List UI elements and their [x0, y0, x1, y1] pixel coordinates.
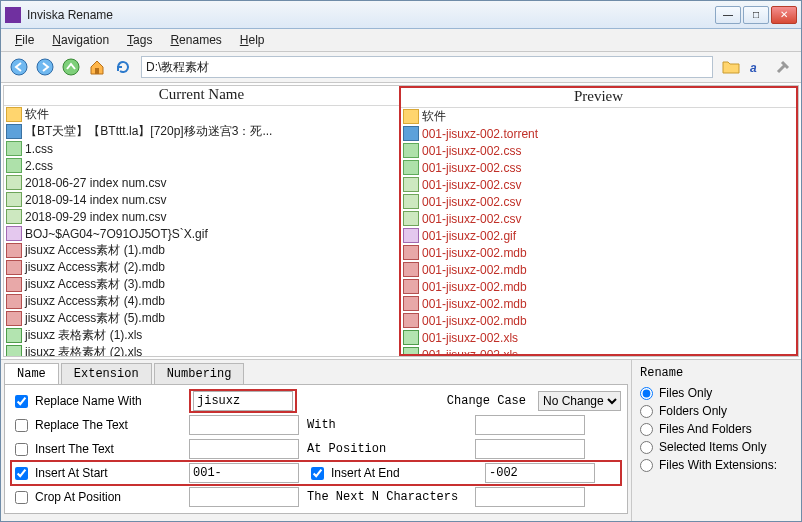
refresh-button[interactable]: [111, 55, 135, 79]
insert-at-end-check[interactable]: [311, 467, 324, 480]
tab-extension[interactable]: Extension: [61, 363, 152, 384]
back-button[interactable]: [7, 55, 31, 79]
menu-file[interactable]: File: [7, 31, 42, 49]
radio-files-only[interactable]: Files Only: [640, 386, 793, 400]
file-row[interactable]: jisuxz 表格素材 (2).xls: [4, 344, 399, 356]
insert-at-end-input[interactable]: [485, 463, 595, 483]
menu-renames[interactable]: Renames: [162, 31, 229, 49]
file-row[interactable]: 001-jisuxz-002.gif: [401, 227, 796, 244]
file-row[interactable]: jisuxz 表格素材 (1).xls: [4, 327, 399, 344]
menu-tags[interactable]: Tags: [119, 31, 160, 49]
open-folder-button[interactable]: [719, 55, 743, 79]
file-row[interactable]: jisuxz Access素材 (4).mdb: [4, 293, 399, 310]
radio-folders-only[interactable]: Folders Only: [640, 404, 793, 418]
tab-numbering[interactable]: Numbering: [154, 363, 245, 384]
file-row[interactable]: 【BT天堂】【BTttt.la】[720p]移动迷宫3：死...: [4, 123, 399, 140]
xls-icon: [6, 345, 22, 356]
file-row[interactable]: 001-jisuxz-002.mdb: [401, 312, 796, 329]
at-position-input[interactable]: [475, 439, 585, 459]
file-row[interactable]: 001-jisuxz-002.mdb: [401, 244, 796, 261]
file-row[interactable]: 001-jisuxz-002.mdb: [401, 261, 796, 278]
file-row[interactable]: 2018-09-14 index num.csv: [4, 191, 399, 208]
file-row[interactable]: 001-jisuxz-002.mdb: [401, 278, 796, 295]
crop-at-position-input[interactable]: [189, 487, 299, 507]
maximize-button[interactable]: □: [743, 6, 769, 24]
file-row[interactable]: 001-jisuxz-002.xls: [401, 329, 796, 346]
settings-button[interactable]: [771, 55, 795, 79]
app-icon: [5, 7, 21, 23]
file-name: 软件: [25, 106, 49, 123]
minimize-button[interactable]: —: [715, 6, 741, 24]
file-row[interactable]: 2018-09-29 index num.csv: [4, 208, 399, 225]
menu-help[interactable]: Help: [232, 31, 273, 49]
file-row[interactable]: jisuxz Access素材 (2).mdb: [4, 259, 399, 276]
next-n-chars-label: The Next N Characters: [307, 490, 467, 504]
change-case-select[interactable]: No Change: [538, 391, 621, 411]
file-row[interactable]: 1.css: [4, 140, 399, 157]
file-name: jisuxz Access素材 (4).mdb: [25, 293, 165, 310]
file-row[interactable]: 软件: [401, 108, 796, 125]
toolbar: D:\教程素材 a: [1, 52, 801, 83]
at-position-label: At Position: [307, 442, 467, 456]
tab-name[interactable]: Name: [4, 363, 59, 384]
preview-list[interactable]: 软件001-jisuxz-002.torrent001-jisuxz-002.c…: [401, 108, 796, 354]
change-case-label: Change Case: [447, 394, 526, 408]
radio-selected-items[interactable]: Selected Items Only: [640, 440, 793, 454]
current-list[interactable]: 软件【BT天堂】【BTttt.la】[720p]移动迷宫3：死...1.css2…: [4, 106, 399, 356]
home-button[interactable]: [85, 55, 109, 79]
replace-name-with-input[interactable]: [193, 391, 293, 411]
file-row[interactable]: 001-jisuxz-002.csv: [401, 193, 796, 210]
file-row[interactable]: 001-jisuxz-002.mdb: [401, 295, 796, 312]
css-icon: [6, 158, 22, 173]
file-row[interactable]: 001-jisuxz-002.css: [401, 142, 796, 159]
file-row[interactable]: 001-jisuxz-002.xls: [401, 346, 796, 354]
csv-icon: [403, 211, 419, 226]
file-row[interactable]: jisuxz Access素材 (3).mdb: [4, 276, 399, 293]
insert-text-label[interactable]: Insert The Text: [11, 440, 181, 459]
crop-at-position-label[interactable]: Crop At Position: [11, 488, 181, 507]
insert-at-start-input[interactable]: [189, 463, 299, 483]
with-input[interactable]: [475, 415, 585, 435]
next-n-chars-input[interactable]: [475, 487, 585, 507]
forward-button[interactable]: [33, 55, 57, 79]
file-name: 001-jisuxz-002.csv: [422, 212, 521, 226]
file-row[interactable]: 001-jisuxz-002.css: [401, 159, 796, 176]
rename-button[interactable]: a: [745, 55, 769, 79]
mdb-icon: [403, 279, 419, 294]
up-button[interactable]: [59, 55, 83, 79]
folder-icon: [6, 107, 22, 122]
replace-text-label[interactable]: Replace The Text: [11, 416, 181, 435]
file-row[interactable]: 001-jisuxz-002.csv: [401, 176, 796, 193]
insert-at-end-label[interactable]: Insert At End: [307, 464, 477, 483]
file-row[interactable]: 软件: [4, 106, 399, 123]
insert-at-start-label[interactable]: Insert At Start: [11, 464, 181, 483]
radio-files-with-ext[interactable]: Files With Extensions:: [640, 458, 793, 472]
close-button[interactable]: ✕: [771, 6, 797, 24]
replace-text-check[interactable]: [15, 419, 28, 432]
insert-at-start-check[interactable]: [15, 467, 28, 480]
file-row[interactable]: jisuxz Access素材 (5).mdb: [4, 310, 399, 327]
file-row[interactable]: 001-jisuxz-002.csv: [401, 210, 796, 227]
insert-text-input[interactable]: [189, 439, 299, 459]
file-row[interactable]: 001-jisuxz-002.torrent: [401, 125, 796, 142]
file-row[interactable]: 2018-06-27 index num.csv: [4, 174, 399, 191]
a-icon: a: [748, 58, 766, 76]
file-name: 001-jisuxz-002.xls: [422, 348, 518, 355]
replace-text-input[interactable]: [189, 415, 299, 435]
replace-name-with-label[interactable]: Replace Name With: [11, 392, 181, 411]
file-row[interactable]: 2.css: [4, 157, 399, 174]
file-name: 001-jisuxz-002.mdb: [422, 280, 527, 294]
replace-name-with-check[interactable]: [15, 395, 28, 408]
insert-text-check[interactable]: [15, 443, 28, 456]
radio-files-and-folders[interactable]: Files And Folders: [640, 422, 793, 436]
mdb-icon: [6, 277, 22, 292]
folder-icon: [403, 109, 419, 124]
address-bar[interactable]: D:\教程素材: [141, 56, 713, 78]
menu-navigation[interactable]: Navigation: [44, 31, 117, 49]
file-row[interactable]: BOJ~$AG04~7O91OJ5OT}S`X.gif: [4, 225, 399, 242]
crop-at-position-check[interactable]: [15, 491, 28, 504]
file-name: 2018-09-29 index num.csv: [25, 210, 166, 224]
file-name: jisuxz 表格素材 (1).xls: [25, 327, 142, 344]
css-icon: [6, 141, 22, 156]
file-row[interactable]: jisuxz Access素材 (1).mdb: [4, 242, 399, 259]
